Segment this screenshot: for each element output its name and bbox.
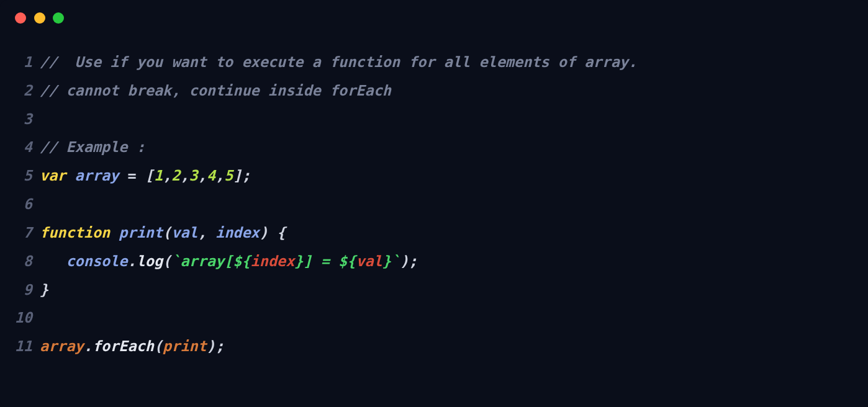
code-content: var array = [1,2,3,4,5]; (40, 162, 856, 190)
code-token: 3 (189, 167, 198, 184)
line-number: 2 (12, 77, 40, 105)
code-content (40, 304, 856, 333)
code-token: index (215, 224, 260, 241)
code-token: . (128, 253, 137, 270)
code-token: , (215, 167, 224, 184)
code-editor[interactable]: 1// Use if you want to execute a functio… (0, 30, 868, 373)
code-token: } (294, 253, 303, 270)
code-token (40, 253, 66, 270)
code-content (40, 105, 856, 134)
code-token: val (171, 224, 197, 241)
code-line: 4// Example : (12, 133, 856, 162)
code-token: print (119, 224, 163, 241)
code-token: } (40, 281, 48, 298)
code-token: ); (207, 338, 224, 355)
code-line: 8 console.log(`array[${index}] = ${val}`… (12, 248, 856, 276)
code-token: ( (163, 224, 171, 241)
code-token: { (277, 224, 286, 241)
code-token: function (40, 224, 110, 241)
code-token: 2 (171, 167, 180, 184)
code-token (137, 167, 145, 184)
code-token: forEach (93, 338, 154, 355)
line-number: 8 (12, 248, 40, 276)
code-token: = (128, 167, 137, 184)
code-line: 10 (12, 304, 856, 333)
code-token: , (163, 167, 171, 184)
close-icon[interactable] (15, 12, 26, 24)
code-token: ( (163, 253, 171, 270)
code-content: console.log(`array[${index}] = ${val}`); (40, 248, 856, 276)
code-token: 1 (154, 167, 163, 184)
code-token: // Example : (40, 138, 145, 156)
window-titlebar (0, 0, 868, 30)
code-content: array.forEach(print); (40, 333, 856, 361)
code-token (268, 224, 277, 241)
code-token: ${ (338, 253, 356, 270)
code-token: ( (154, 338, 163, 355)
code-token: log (137, 253, 163, 270)
code-line: 9} (12, 276, 856, 305)
line-number: 10 (12, 304, 40, 333)
code-token: print (163, 338, 207, 355)
code-token: 5 (224, 167, 233, 184)
line-number: 11 (12, 333, 40, 361)
code-line: 11array.forEach(print); (12, 333, 856, 361)
code-token: ] = (304, 253, 339, 270)
minimize-icon[interactable] (34, 12, 45, 24)
code-line: 6 (12, 190, 856, 219)
code-token: , (198, 224, 215, 241)
code-token: . (84, 338, 93, 355)
code-line: 5var array = [1,2,3,4,5]; (12, 162, 856, 190)
zoom-icon[interactable] (53, 12, 64, 24)
code-line: 3 (12, 105, 856, 134)
code-token: var (40, 167, 66, 184)
code-token: array (75, 167, 119, 184)
code-line: 1// Use if you want to execute a functio… (12, 48, 856, 77)
line-number: 6 (12, 190, 40, 219)
code-line: 7function print(val, index) { (12, 219, 856, 248)
line-number: 4 (12, 133, 40, 162)
code-window: 1// Use if you want to execute a functio… (0, 0, 868, 407)
code-token: val (356, 253, 382, 270)
code-token: 4 (207, 167, 215, 184)
code-token: ) (260, 224, 268, 241)
code-token: [ (145, 167, 154, 184)
code-line: 2// cannot break, continue inside forEac… (12, 77, 856, 105)
code-token: console (66, 253, 127, 270)
code-content: // cannot break, continue inside forEach (40, 77, 856, 105)
line-number: 7 (12, 219, 40, 248)
code-token: // cannot break, continue inside forEach (40, 82, 391, 99)
code-token: , (198, 167, 207, 184)
code-content: // Use if you want to execute a function… (40, 48, 856, 77)
code-token: ]; (233, 167, 250, 184)
code-token: ${ (233, 253, 250, 270)
code-token: , (180, 167, 189, 184)
line-number: 9 (12, 276, 40, 305)
code-token: } (382, 253, 391, 270)
line-number: 3 (12, 105, 40, 134)
line-number: 1 (12, 48, 40, 77)
line-number: 5 (12, 162, 40, 190)
code-token: `array[ (171, 253, 233, 270)
code-token: // Use if you want to execute a function… (40, 53, 637, 71)
code-content (40, 190, 856, 219)
code-content: // Example : (40, 133, 856, 162)
code-token (119, 167, 127, 184)
code-content: function print(val, index) { (40, 219, 856, 248)
code-token: index (251, 253, 295, 270)
code-token: ); (400, 253, 417, 270)
code-token (110, 224, 119, 241)
code-token: ` (391, 253, 400, 270)
code-content: } (40, 276, 856, 305)
code-token: array (40, 338, 84, 355)
code-token (66, 167, 75, 184)
